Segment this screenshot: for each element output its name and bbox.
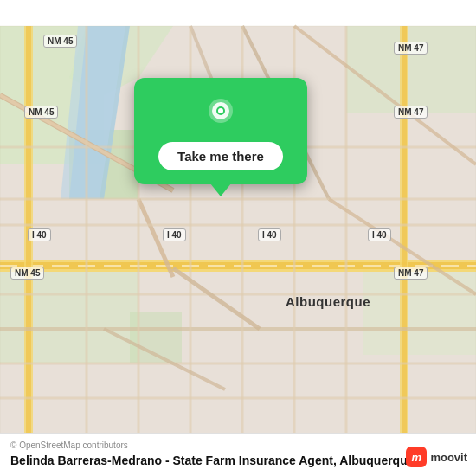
popup-card: Take me there <box>134 78 307 184</box>
road-label-nm47-bot: NM 47 <box>394 267 428 280</box>
map-pin-icon <box>202 95 240 133</box>
road-label-nm47-top: NM 47 <box>394 42 428 55</box>
bottom-bar: © OpenStreetMap contributors Belinda Bar… <box>0 433 476 476</box>
moovit-logo-text: moovit <box>430 451 467 464</box>
road-label-i40-right: I 40 <box>368 228 391 241</box>
take-me-there-button[interactable]: Take me there <box>158 142 283 170</box>
place-name: Belinda Barreras-Medrano - State Farm In… <box>10 453 466 467</box>
moovit-logo: m moovit <box>406 447 467 467</box>
svg-rect-6 <box>346 26 476 113</box>
moovit-logo-icon: m <box>406 447 427 467</box>
road-label-i40-center-left: I 40 <box>163 228 186 241</box>
svg-rect-16 <box>402 26 407 450</box>
road-label-nm47-mid: NM 47 <box>394 106 428 119</box>
road-label-nm45-top: NM 45 <box>43 35 77 48</box>
road-label-nm45-mid: NM 45 <box>24 106 58 119</box>
city-label: Albuquerque <box>286 294 370 309</box>
road-label-nm45-bot: NM 45 <box>10 267 44 280</box>
road-label-i40-left: I 40 <box>28 228 51 241</box>
road-label-i40-center: I 40 <box>258 228 281 241</box>
svg-rect-4 <box>0 268 138 363</box>
copyright-text: © OpenStreetMap contributors <box>10 441 466 450</box>
map-background <box>0 0 476 476</box>
svg-rect-7 <box>363 268 476 355</box>
map-container: NM 45 NM 45 NM 45 NM 47 NM 47 NM 47 I 40… <box>0 0 476 476</box>
svg-point-43 <box>218 108 223 113</box>
